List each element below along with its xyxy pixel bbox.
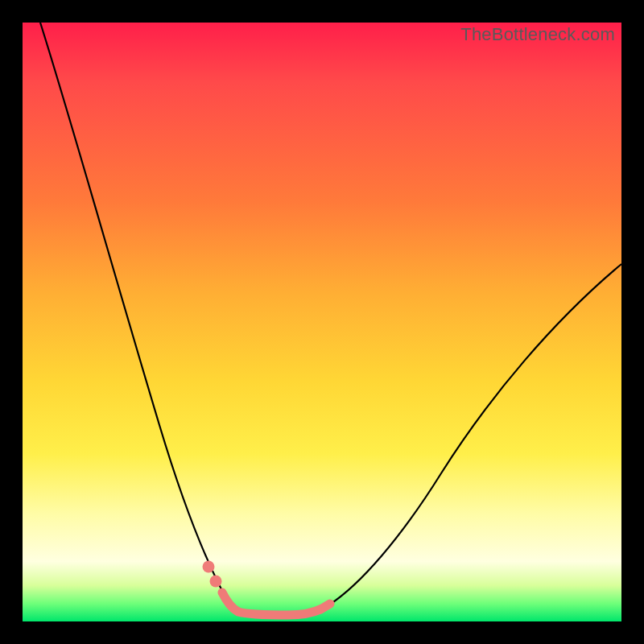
chart-frame: TheBottleneck.com xyxy=(0,0,644,644)
highlight-segment xyxy=(222,592,330,615)
highlight-dot-1 xyxy=(203,561,215,573)
bottleneck-curve xyxy=(40,23,621,615)
curve-svg xyxy=(23,23,621,621)
plot-area: TheBottleneck.com xyxy=(23,23,621,621)
highlight-dot-2 xyxy=(210,576,222,588)
